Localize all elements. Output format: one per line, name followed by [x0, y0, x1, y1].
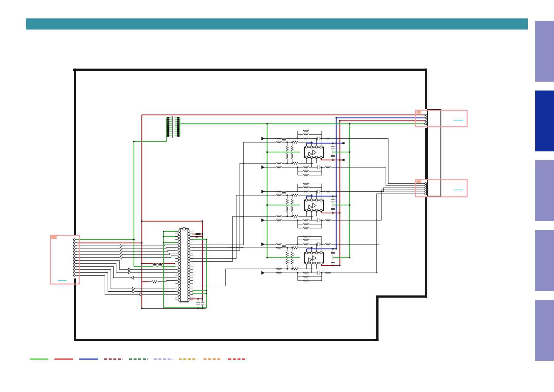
service-manual-page	[0, 0, 554, 392]
edge-connector-body	[427, 110, 441, 196]
left-connector-pins	[73, 239, 77, 276]
driver-stage	[240, 235, 378, 282]
circuit-schematic	[0, 0, 554, 392]
connector-key-left	[51, 236, 57, 239]
connector-frame-top-right	[416, 110, 467, 127]
driver-stage	[240, 130, 378, 177]
wire-color-legend	[26, 355, 257, 363]
connector-frame-bottom-right	[416, 180, 467, 197]
connector-key-bottom-right	[416, 180, 421, 183]
driver-stage	[240, 183, 378, 230]
connector-key-top-right	[416, 111, 421, 114]
main-board-connector	[180, 229, 188, 302]
